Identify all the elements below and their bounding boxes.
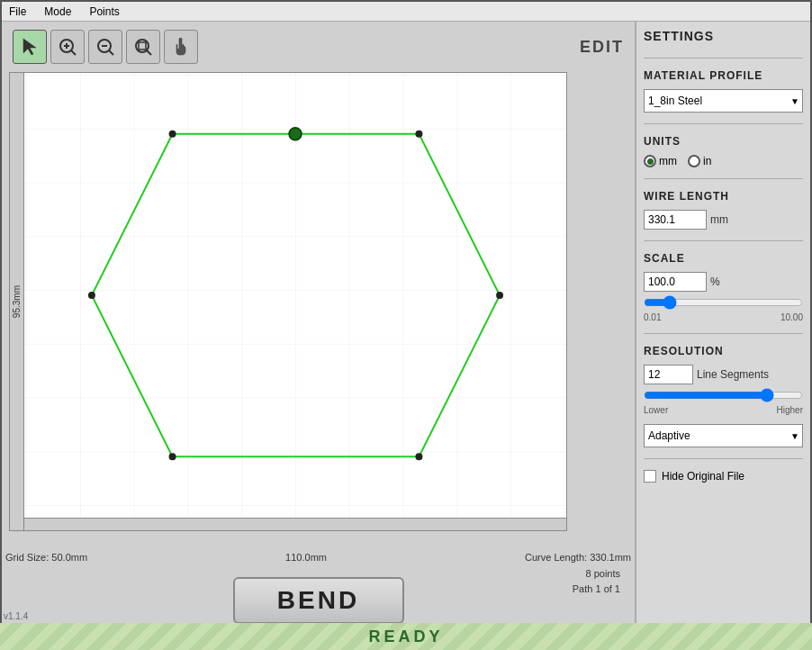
select-tool-button[interactable] <box>13 30 47 64</box>
canvas-section: EDIT 95.3mm <box>2 22 635 650</box>
resolution-lower: Lower <box>644 405 668 415</box>
point-top-left[interactable] <box>169 131 176 138</box>
point-bottom-left[interactable] <box>169 453 176 460</box>
drawing-canvas[interactable]: 95.3mm <box>9 72 567 531</box>
scale-min: 0.01 <box>644 312 661 322</box>
divider-6 <box>644 458 803 459</box>
zoom-in-button[interactable] <box>50 30 85 64</box>
units-label: UNITS <box>644 135 803 148</box>
point-bottom-right[interactable] <box>415 453 422 460</box>
ready-bar: READY <box>0 623 812 650</box>
scale-slider-range: 0.01 10.00 <box>644 312 803 322</box>
path-info: 8 points Path 1 of 1 <box>573 566 620 596</box>
resolution-slider-wrapper: Lower Higher <box>644 388 803 415</box>
units-section: UNITS mm in <box>644 135 803 167</box>
canvas-wrapper: 95.3mm <box>9 72 627 548</box>
zoom-fit-button[interactable] <box>126 30 160 64</box>
wire-length-unit: mm <box>710 213 728 226</box>
ruler-bottom <box>24 518 566 530</box>
svg-rect-10 <box>139 42 146 50</box>
unit-mm-label[interactable]: mm <box>644 155 677 167</box>
unit-in-text: in <box>703 155 711 167</box>
points-count: 8 points <box>573 566 620 582</box>
material-profile-section: MATERIAL PROFILE 1_8in Steel 1_4in Steel… <box>644 69 803 113</box>
resolution-section: RESOLUTION Line Segments Lower Higher <box>644 345 803 415</box>
scale-max: 10.00 <box>780 312 803 322</box>
zoom-in-icon <box>58 37 77 57</box>
settings-title: SETTINGS <box>644 29 803 43</box>
wire-length-section: WIRE LENGTH mm <box>644 190 803 230</box>
svg-marker-0 <box>23 39 36 55</box>
point-top-right[interactable] <box>415 131 422 138</box>
curve-length-label: Curve Length: 330.1mm <box>525 552 631 563</box>
version-label: v1.1.4 <box>4 611 28 621</box>
menubar: File Mode Points <box>2 2 810 22</box>
toolbar-tools <box>13 30 198 64</box>
resolution-row: Line Segments <box>644 365 803 384</box>
toolbar: EDIT <box>2 22 635 72</box>
divider-4 <box>644 240 803 241</box>
zoom-fit-icon <box>133 37 153 57</box>
svg-point-8 <box>136 40 149 52</box>
main-area: EDIT 95.3mm <box>2 22 810 650</box>
unit-in-label[interactable]: in <box>688 155 711 167</box>
center-dimension-label: 110.0mm <box>285 552 327 563</box>
unit-in-radio[interactable] <box>688 155 700 167</box>
resolution-higher: Higher <box>777 405 803 415</box>
menu-mode[interactable]: Mode <box>41 4 75 20</box>
scale-row: % <box>644 272 803 292</box>
material-select[interactable]: 1_8in Steel 1_4in Steel Aluminum <box>644 89 803 113</box>
scale-slider-wrapper: 0.01 10.00 <box>644 295 803 322</box>
zoom-out-icon <box>95 37 115 57</box>
scale-unit: % <box>710 275 720 288</box>
status-bar: Grid Size: 50.0mm 110.0mm Curve Length: … <box>2 548 635 566</box>
resolution-slider[interactable] <box>644 388 803 402</box>
adaptive-select-wrapper[interactable]: Adaptive Fixed ▼ <box>644 424 803 447</box>
scale-section: SCALE % 0.01 10.00 <box>644 252 803 322</box>
point-top-center[interactable] <box>289 128 302 140</box>
grid-size-label: Grid Size: 50.0mm <box>5 552 87 563</box>
drawing-svg <box>24 73 566 518</box>
svg-line-4 <box>71 50 76 55</box>
svg-line-9 <box>147 50 151 55</box>
material-profile-label: MATERIAL PROFILE <box>644 69 803 82</box>
wire-length-row: mm <box>644 210 803 230</box>
adaptive-select[interactable]: Adaptive Fixed <box>644 424 803 447</box>
zoom-out-button[interactable] <box>88 30 122 64</box>
hide-original-checkbox[interactable] <box>644 470 656 483</box>
divider-2 <box>644 123 803 124</box>
units-row: mm in <box>644 155 803 167</box>
bend-button[interactable]: BEND <box>233 577 404 624</box>
divider-1 <box>644 58 803 59</box>
edit-label: EDIT <box>580 38 624 57</box>
scale-slider[interactable] <box>644 295 803 310</box>
pan-icon <box>171 37 191 57</box>
pan-button[interactable] <box>164 30 198 64</box>
unit-mm-radio[interactable] <box>644 155 656 167</box>
resolution-input[interactable] <box>644 365 693 384</box>
unit-mm-text: mm <box>659 155 677 167</box>
resolution-slider-range: Lower Higher <box>644 405 803 415</box>
point-mid-left[interactable] <box>88 292 95 299</box>
ready-label: READY <box>368 627 443 646</box>
material-select-wrapper[interactable]: 1_8in Steel 1_4in Steel Aluminum ▼ <box>644 89 803 113</box>
scale-label: SCALE <box>644 252 803 265</box>
right-panel: SETTINGS MATERIAL PROFILE 1_8in Steel 1_… <box>635 22 810 650</box>
ruler-left: 95.3mm <box>10 73 24 530</box>
wire-length-label: WIRE LENGTH <box>644 190 803 203</box>
resolution-label: RESOLUTION <box>644 345 803 357</box>
point-mid-right[interactable] <box>496 292 503 299</box>
hide-original-label: Hide Original File <box>662 470 744 483</box>
svg-line-7 <box>109 50 113 55</box>
ruler-left-label: 95.3mm <box>12 285 22 318</box>
divider-5 <box>644 333 803 334</box>
wire-length-input[interactable] <box>644 210 707 230</box>
path-label: Path 1 of 1 <box>573 582 620 597</box>
menu-file[interactable]: File <box>5 4 30 20</box>
menu-points[interactable]: Points <box>86 4 122 20</box>
divider-3 <box>644 178 803 179</box>
resolution-unit: Line Segments <box>697 368 769 381</box>
select-icon <box>20 37 40 57</box>
hide-original-row[interactable]: Hide Original File <box>644 470 803 483</box>
scale-input[interactable] <box>644 272 707 292</box>
